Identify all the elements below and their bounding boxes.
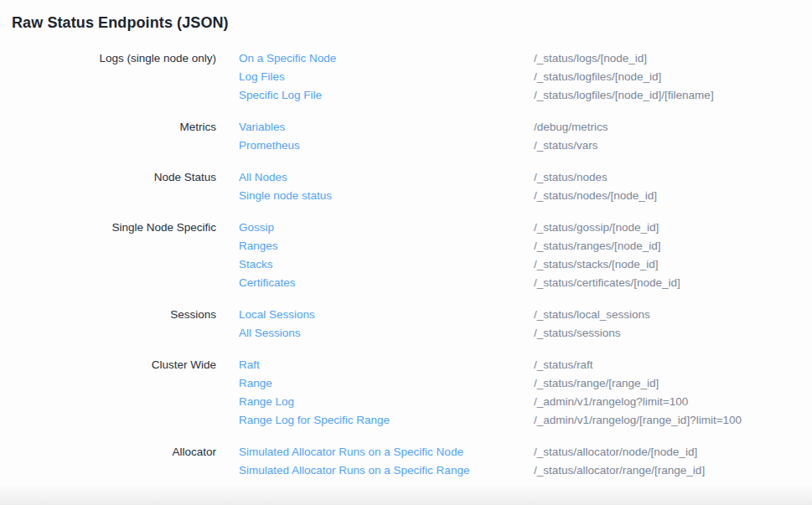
link-column: VariablesPrometheus: [239, 118, 534, 155]
endpoint-path: /debug/metrics: [534, 118, 800, 137]
link-column: Local SessionsAll Sessions: [239, 306, 534, 343]
path-column: /debug/metrics/_status/vars: [534, 118, 800, 155]
endpoint-path: /_status/local_sessions: [534, 306, 800, 324]
path-column: /_status/local_sessions/_status/sessions: [534, 306, 800, 343]
path-column: /_status/allocator/node/[node_id]/_statu…: [534, 443, 800, 480]
path-column: /_status/gossip/[node_id]/_status/ranges…: [534, 219, 800, 292]
endpoint-path: /_status/ranges/[node_id]: [534, 237, 800, 255]
endpoint-path: /_status/allocator/range/[range_id]: [534, 461, 800, 480]
endpoint-link[interactable]: Stacks: [239, 255, 534, 274]
endpoint-link[interactable]: Ranges: [239, 237, 534, 255]
path-column: /_status/raft/_status/range/[range_id]/_…: [534, 356, 800, 430]
endpoint-link[interactable]: All Sessions: [239, 324, 534, 343]
endpoint-link[interactable]: Local Sessions: [239, 306, 534, 324]
link-column: On a Specific NodeLog FilesSpecific Log …: [239, 49, 534, 105]
endpoint-group: Single Node Specific GossipRangesStacksC…: [12, 219, 800, 292]
endpoint-group: Allocator Simulated Allocator Runs on a …: [12, 443, 800, 480]
category-label: Node Status: [12, 168, 216, 187]
endpoint-table: Logs (single node only) On a Specific No…: [12, 49, 800, 480]
endpoint-group: Node Status All NodesSingle node status …: [12, 168, 800, 205]
link-column: Simulated Allocator Runs on a Specific N…: [239, 443, 534, 480]
endpoint-path: /_status/allocator/node/[node_id]: [534, 443, 800, 461]
endpoint-path: /_status/logfiles/[node_id]/[filename]: [534, 86, 800, 105]
endpoint-path: /_status/nodes: [534, 168, 800, 187]
endpoint-group: Metrics VariablesPrometheus /debug/metri…: [12, 118, 800, 155]
path-column: /_status/nodes/_status/nodes/[node_id]: [534, 168, 800, 205]
category-label: Sessions: [12, 306, 216, 324]
endpoint-link[interactable]: Range Log for Specific Range: [239, 411, 534, 430]
endpoint-link[interactable]: Certificates: [239, 274, 534, 292]
link-column: RaftRangeRange LogRange Log for Specific…: [239, 356, 534, 430]
endpoint-link[interactable]: Simulated Allocator Runs on a Specific R…: [239, 461, 534, 480]
endpoint-link[interactable]: Gossip: [239, 219, 534, 237]
raw-status-endpoints-page: Raw Status Endpoints (JSON) Logs (single…: [0, 0, 812, 480]
endpoint-group: Sessions Local SessionsAll Sessions /_st…: [12, 306, 800, 343]
category-label: Allocator: [12, 443, 216, 461]
endpoint-link[interactable]: All Nodes: [239, 168, 534, 187]
endpoint-link[interactable]: Simulated Allocator Runs on a Specific N…: [239, 443, 534, 461]
endpoint-link[interactable]: Range: [239, 374, 534, 393]
endpoint-link[interactable]: Log Files: [239, 68, 534, 86]
endpoint-path: /_status/stacks/[node_id]: [534, 255, 800, 274]
endpoint-path: /_status/sessions: [534, 324, 800, 343]
endpoint-path: /_status/logs/[node_id]: [534, 49, 800, 68]
category-label: Logs (single node only): [12, 49, 216, 68]
endpoint-path: /_admin/v1/rangelog?limit=100: [534, 393, 800, 411]
endpoint-link[interactable]: Specific Log File: [239, 86, 534, 105]
endpoint-path: /_admin/v1/rangelog/[range_id]?limit=100: [534, 411, 800, 430]
page-title: Raw Status Endpoints (JSON): [12, 13, 800, 33]
endpoint-link[interactable]: Prometheus: [239, 137, 534, 155]
category-label: Single Node Specific: [12, 219, 216, 237]
endpoint-path: /_status/range/[range_id]: [534, 374, 800, 393]
endpoint-group: Logs (single node only) On a Specific No…: [12, 49, 800, 105]
path-column: /_status/logs/[node_id]/_status/logfiles…: [534, 49, 800, 105]
endpoint-path: /_status/vars: [534, 137, 800, 155]
endpoint-link[interactable]: Raft: [239, 356, 534, 374]
link-column: All NodesSingle node status: [239, 168, 534, 205]
link-column: GossipRangesStacksCertificates: [239, 219, 534, 292]
endpoint-link[interactable]: Variables: [239, 118, 534, 137]
endpoint-path: /_status/raft: [534, 356, 800, 374]
endpoint-link[interactable]: On a Specific Node: [239, 49, 534, 68]
endpoint-path: /_status/nodes/[node_id]: [534, 187, 800, 205]
endpoint-group: Cluster Wide RaftRangeRange LogRange Log…: [12, 356, 800, 430]
endpoint-path: /_status/gossip/[node_id]: [534, 219, 800, 237]
endpoint-path: /_status/certificates/[node_id]: [534, 274, 800, 292]
category-label: Cluster Wide: [12, 356, 216, 374]
endpoint-path: /_status/logfiles/[node_id]: [534, 68, 800, 86]
endpoint-link[interactable]: Range Log: [239, 393, 534, 411]
category-label: Metrics: [12, 118, 216, 137]
endpoint-link[interactable]: Single node status: [239, 187, 534, 205]
